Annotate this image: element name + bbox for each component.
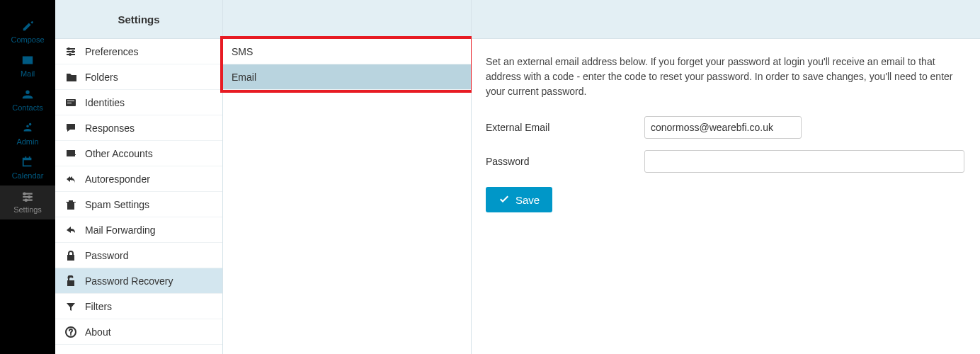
settings-item-preferences[interactable]: Preferences: [55, 39, 222, 64]
nav-admin[interactable]: Admin: [0, 118, 55, 152]
nav-settings[interactable]: Settings: [0, 185, 55, 219]
form-row-email: External Email: [486, 116, 966, 139]
nav-compose[interactable]: Compose: [0, 16, 55, 50]
compose-icon: [21, 20, 34, 33]
settings-item-identities[interactable]: Identities: [55, 90, 222, 115]
share-icon: [65, 224, 76, 236]
nav-contacts[interactable]: Contacts: [0, 84, 55, 118]
settings-item-label: Mail Forwarding: [85, 224, 156, 236]
nav-label: Settings: [13, 205, 42, 214]
contacts-icon: [21, 88, 34, 101]
recovery-item-label: Email: [232, 72, 256, 83]
settings-item-other-accounts[interactable]: Other Accounts: [55, 141, 222, 166]
envelope-plus-icon: [65, 148, 76, 159]
settings-item-label: Spam Settings: [85, 199, 149, 210]
settings-item-label: Preferences: [85, 46, 138, 57]
settings-item-label: Folders: [85, 72, 118, 83]
settings-item-filters[interactable]: Filters: [55, 294, 222, 319]
main-panel: Set an external email address below. If …: [472, 0, 980, 354]
lock-icon: [65, 250, 76, 261]
settings-item-label: Filters: [85, 301, 112, 312]
settings-item-label: Autoresponder: [85, 173, 150, 185]
settings-item-label: About: [85, 326, 111, 338]
settings-item-label: Identities: [85, 97, 125, 108]
password-input[interactable]: [644, 150, 964, 173]
check-icon: [498, 194, 510, 205]
recovery-item-sms[interactable]: SMS: [223, 39, 471, 64]
save-button[interactable]: Save: [486, 187, 552, 212]
calendar-icon: [21, 156, 34, 169]
nav-label: Admin: [16, 137, 38, 146]
settings-item-password-recovery[interactable]: Password Recovery: [55, 268, 222, 294]
save-button-label: Save: [515, 194, 540, 206]
recovery-item-label: SMS: [232, 46, 253, 57]
mail-icon: [21, 54, 34, 67]
settings-panel: Settings Preferences Folders Identities …: [55, 0, 223, 354]
email-input[interactable]: [644, 116, 802, 139]
nav-label: Mail: [21, 69, 35, 78]
recovery-description: Set an external email address below. If …: [486, 55, 966, 99]
settings-item-forwarding[interactable]: Mail Forwarding: [55, 217, 222, 243]
unlock-icon: [65, 275, 76, 287]
settings-list: Preferences Folders Identities Responses…: [55, 39, 222, 354]
settings-item-label: Password Recovery: [85, 275, 173, 287]
app-nav: Compose Mail Contacts Admin Calendar Set…: [0, 0, 55, 354]
settings-item-folders[interactable]: Folders: [55, 64, 222, 90]
settings-icon: [21, 190, 34, 202]
reply-all-icon: [65, 173, 76, 185]
settings-header: Settings: [55, 0, 222, 39]
recovery-header-blank: [223, 0, 471, 39]
settings-item-about[interactable]: About: [55, 319, 222, 345]
recovery-list: SMS Email: [223, 39, 471, 354]
recovery-panel: SMS Email: [223, 0, 472, 354]
main-header-blank: [472, 0, 980, 39]
main-content: Set an external email address below. If …: [472, 39, 980, 354]
form-row-password: Password: [486, 150, 966, 173]
admin-icon: [21, 122, 34, 135]
settings-item-label: Other Accounts: [85, 148, 153, 159]
id-card-icon: [65, 97, 76, 108]
settings-item-autoresponder[interactable]: Autoresponder: [55, 166, 222, 192]
sliders-icon: [65, 46, 76, 57]
nav-calendar[interactable]: Calendar: [0, 152, 55, 185]
question-icon: [65, 326, 76, 338]
nav-label: Calendar: [12, 171, 44, 180]
recovery-highlight: SMS Email: [220, 36, 474, 93]
nav-mail[interactable]: Mail: [0, 50, 55, 84]
comment-icon: [65, 122, 76, 134]
filter-icon: [65, 301, 76, 312]
settings-item-label: Responses: [85, 122, 135, 134]
settings-item-responses[interactable]: Responses: [55, 115, 222, 141]
password-label: Password: [486, 154, 644, 169]
settings-item-password[interactable]: Password: [55, 243, 222, 268]
email-label: External Email: [486, 120, 644, 135]
nav-label: Contacts: [12, 103, 42, 112]
folder-icon: [65, 72, 76, 83]
settings-item-label: Password: [85, 250, 128, 261]
settings-item-spam[interactable]: Spam Settings: [55, 192, 222, 217]
trash-icon: [65, 199, 76, 210]
nav-label: Compose: [11, 35, 44, 44]
recovery-item-email[interactable]: Email: [223, 64, 471, 90]
